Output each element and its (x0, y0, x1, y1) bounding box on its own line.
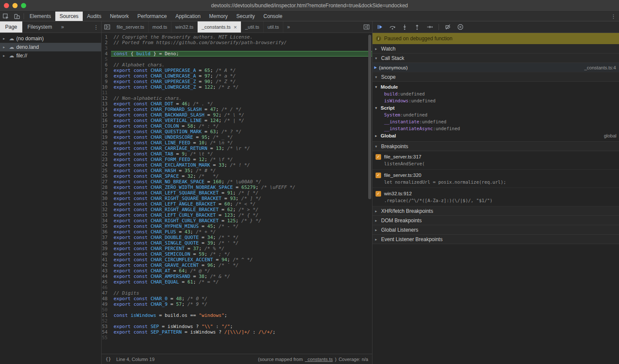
line-number[interactable]: 31 (102, 201, 111, 207)
code-line-text[interactable]: export const CHAR_LEFT_CURLY_BRACKET = 1… (111, 212, 372, 218)
code-line-text[interactable]: // Digits (111, 290, 372, 296)
line-number[interactable]: 20 (102, 140, 111, 146)
code-line-text[interactable]: export const CHAR_9 = 57; /* 9 */ (111, 301, 372, 307)
code-line-text[interactable]: export const CHAR_NO_BREAK_SPACE = 160; … (111, 179, 372, 185)
device-toolbar-icon[interactable] (11, 12, 22, 21)
line-number[interactable]: 34 (102, 218, 111, 224)
code-line-text[interactable]: export const CHAR_VERTICAL_LINE = 124; /… (111, 118, 372, 123)
code-line-text[interactable]: export const CHAR_UPPERCASE_Z = 90; /* Z… (111, 79, 372, 84)
inspect-element-icon[interactable] (0, 12, 11, 21)
line-number[interactable]: 27 (102, 179, 111, 185)
section-event-listener-breakpoints[interactable]: ▸Event Listener Breakpoints (373, 235, 619, 244)
code-line-text[interactable]: // Ported from https://github.com/browse… (111, 40, 372, 45)
line-number[interactable]: 45 (102, 279, 111, 285)
resume-icon[interactable] (376, 24, 383, 30)
line-number[interactable]: 10 (102, 84, 111, 90)
tab-audits[interactable]: Audits (83, 12, 105, 21)
line-number[interactable]: 50 (102, 307, 111, 313)
line-number[interactable]: 15 (102, 112, 111, 118)
code-line-text[interactable]: export const CHAR_SPACE = 32; /* */ (111, 173, 372, 179)
line-number[interactable]: 43 (102, 268, 111, 274)
editor-scrollbar-thumb[interactable] (368, 35, 371, 199)
pretty-print-icon[interactable]: {} (105, 356, 111, 362)
sidebar-tab-filesystem[interactable]: Filesystem (22, 21, 57, 33)
close-tab-icon[interactable]: × (234, 24, 237, 30)
code-line-text[interactable]: export const CHAR_RIGHT_ANGLE_BRACKET = … (111, 207, 372, 212)
code-line-text[interactable]: export const CHAR_LOWERCASE_A = 97; /* a… (111, 73, 372, 79)
line-number[interactable]: 29 (102, 190, 111, 196)
code-line-text[interactable]: export const CHAR_FORWARD_SLASH = 47; /*… (111, 107, 372, 112)
tab-memory[interactable]: Memory (205, 12, 232, 21)
line-number[interactable]: 49 (102, 301, 111, 307)
paused-execution-line[interactable]: const { build } = Deno; (111, 51, 372, 57)
code-line-text[interactable]: export const CHAR_QUESTION_MARK = 63; /*… (111, 129, 372, 134)
line-number[interactable]: 51 (102, 313, 111, 318)
line-number[interactable]: 35 (102, 224, 111, 229)
line-number[interactable]: 8 (102, 73, 111, 79)
code-line-text[interactable] (111, 318, 372, 324)
main-menu-kebab-icon[interactable]: ⋮ (608, 12, 619, 21)
code-line-text[interactable] (111, 45, 372, 51)
step-into-icon[interactable] (401, 24, 408, 30)
code-line-text[interactable]: export const CHAR_UPPERCASE_A = 65; /* A… (111, 68, 372, 73)
line-number[interactable]: 25 (102, 168, 111, 173)
editor-tab-win32-ts[interactable]: win32.ts (171, 21, 198, 33)
code-line-text[interactable]: export const CHAR_SINGLE_QUOTE = 39; /* … (111, 240, 372, 246)
line-number[interactable]: 23 (102, 157, 111, 162)
code-line-text[interactable]: export const CHAR_AT = 64; /* @ */ (111, 268, 372, 274)
code-line-text[interactable]: export const CHAR_DOUBLE_QUOTE = 34; /* … (111, 235, 372, 240)
scope-property[interactable]: isWindows: undefined (373, 97, 619, 104)
deactivate-breakpoints-icon[interactable] (445, 24, 451, 30)
line-number[interactable]: 47 (102, 290, 111, 296)
code-line-text[interactable] (111, 90, 372, 95)
code-line-text[interactable]: export const CHAR_RIGHT_SQUARE_BRACKET =… (111, 196, 372, 201)
code-line-text[interactable]: export const CHAR_ZERO_WIDTH_NOBREAK_SPA… (111, 185, 372, 190)
section-breakpoints[interactable]: ▾ Breakpoints (373, 142, 619, 151)
tree-item-no-domain[interactable]: ▸☁(no domain) (0, 34, 101, 43)
tree-item-deno-land[interactable]: ▸☁deno.land (0, 43, 101, 51)
breakpoint-entry[interactable]: ✓file_server.ts:320let normalizedUrl = p… (373, 170, 619, 188)
breakpoint-entry[interactable]: ✓file_server.ts:317listenAndServe( (373, 151, 619, 170)
scope-property[interactable]: System: undefined (373, 111, 619, 118)
code-line-text[interactable]: export const CHAR_HYPHEN_MINUS = 45; /* … (111, 224, 372, 229)
line-number[interactable]: 13 (102, 101, 111, 107)
step-over-icon[interactable] (389, 24, 396, 30)
tab-application[interactable]: Application (171, 12, 205, 21)
line-number[interactable]: 39 (102, 246, 111, 251)
code-line-text[interactable]: export const CHAR_LINE_FEED = 10; /* \n … (111, 140, 372, 146)
section-xhr-fetch-breakpoints[interactable]: ▸XHR/fetch Breakpoints (373, 206, 619, 216)
close-window-button[interactable] (4, 3, 9, 8)
code-line-text[interactable]: const isWindows = build.os == "windows"; (111, 313, 372, 318)
line-number[interactable]: 32 (102, 207, 111, 212)
code-line-text[interactable]: export const CHAR_EQUAL = 61; /* = */ (111, 279, 372, 285)
line-number[interactable]: 36 (102, 229, 111, 235)
tab-network[interactable]: Network (105, 12, 133, 21)
sidebar-tabs-overflow-icon[interactable]: » (57, 21, 68, 33)
line-number[interactable]: 4 (102, 51, 111, 57)
code-line-text[interactable]: export const CHAR_TAB = 9; /* \t */ (111, 151, 372, 157)
minimize-window-button[interactable] (12, 3, 18, 8)
code-line-text[interactable]: export const CHAR_0 = 48; /* 0 */ (111, 296, 372, 301)
line-number[interactable]: 24 (102, 162, 111, 168)
line-number[interactable]: 30 (102, 196, 111, 201)
editor-tabs-overflow-icon[interactable]: » (283, 21, 294, 33)
line-number[interactable]: 44 (102, 274, 111, 279)
line-number[interactable]: 54 (102, 329, 111, 335)
code-line-text[interactable]: export const CHAR_RIGHT_CURLY_BRACKET = … (111, 218, 372, 224)
code-line-text[interactable]: export const CHAR_UNDERSCORE = 95; /* _ … (111, 134, 372, 140)
code-line-text[interactable] (111, 307, 372, 313)
line-number[interactable]: 48 (102, 296, 111, 301)
tab-console[interactable]: Console (259, 12, 287, 21)
line-number[interactable]: 55 (102, 335, 111, 340)
editor-tab-file-server-ts[interactable]: file_server.ts (113, 21, 149, 33)
line-number[interactable]: 3 (102, 45, 111, 51)
line-number[interactable]: 5 (102, 57, 111, 62)
line-number[interactable]: 18 (102, 129, 111, 134)
toggle-navigator-icon[interactable] (102, 21, 113, 33)
code-editor[interactable]: 1// Copyright the Browserify authors. MI… (102, 33, 372, 354)
code-line-text[interactable]: export const SEP = isWindows ? "\\" : "/… (111, 324, 372, 329)
code-line-text[interactable]: export const CHAR_AMPERSAND = 38; /* & *… (111, 274, 372, 279)
section-dom-breakpoints[interactable]: ▸DOM Breakpoints (373, 216, 619, 225)
line-number[interactable]: 2 (102, 40, 111, 45)
code-line-text[interactable] (111, 285, 372, 290)
